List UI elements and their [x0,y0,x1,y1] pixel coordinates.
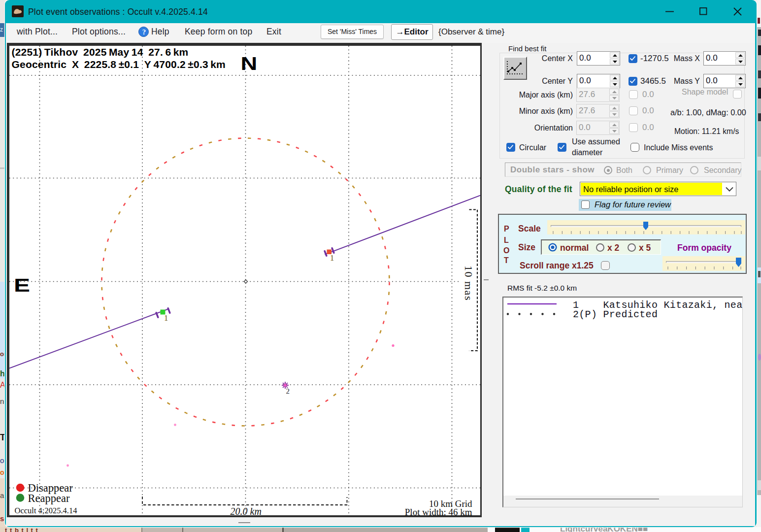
svg-text:2: 2 [286,387,290,395]
svg-text:10 mas: 10 mas [462,266,474,301]
svg-text:N: N [240,54,257,74]
svg-text:20.0 km: 20.0 km [230,506,261,515]
svg-text:Occult 4;2025.4.14: Occult 4;2025.4.14 [14,506,77,515]
svg-text:Plot width: 46 km: Plot width: 46 km [404,507,472,515]
svg-text:Geocentric X 2225.8 ±0.1 Y 470: Geocentric X 2225.8 ±0.1 Y 4700.2 ±0.3 k… [11,59,226,70]
svg-text:1: 1 [164,313,168,323]
svg-text:(2251) Tikhov 2025 May 14 27.: (2251) Tikhov 2025 May 14 27. 6 km [11,46,188,58]
svg-text:1: 1 [330,253,334,263]
svg-text:Reappear: Reappear [28,492,69,504]
svg-text:E: E [14,276,30,296]
